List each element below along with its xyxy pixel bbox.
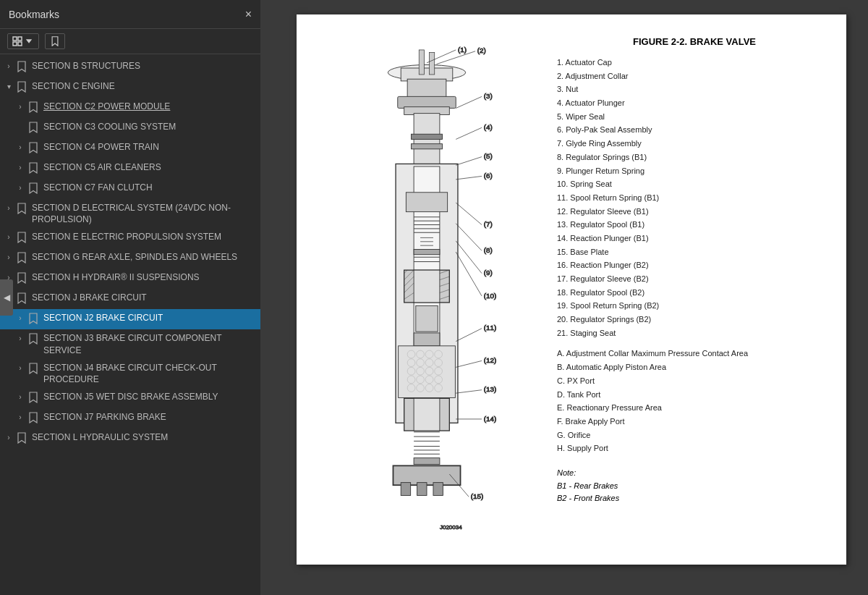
svg-line-93 xyxy=(456,241,482,274)
bookmark-icon xyxy=(27,121,39,134)
svg-rect-39 xyxy=(416,305,438,332)
sidebar-item-section-j5[interactable]: ›SECTION J5 WET DISC BRAKE ASSEMBLY xyxy=(0,388,260,408)
sidebar-item-section-c4[interactable]: ›SECTION C4 POWER TRAIN xyxy=(0,138,260,159)
sidebar-item-section-j4[interactable]: ›SECTION J4 BRAKE CIRCUIT CHECK-OUT PROC… xyxy=(0,359,260,388)
bookmark-icon xyxy=(16,271,27,284)
svg-rect-3 xyxy=(18,42,22,46)
expand-button[interactable]: › xyxy=(14,101,26,114)
legend-numbered-item: 12. Regulator Sleeve (B1) xyxy=(557,205,832,219)
sidebar-item-label: SECTION C2 POWER MODULE xyxy=(43,101,255,112)
sidebar-item-label: SECTION C4 POWER TRAIN xyxy=(43,141,255,153)
legend-lettered-item: F. Brake Apply Port xyxy=(557,415,832,429)
svg-rect-41 xyxy=(399,346,456,398)
chevron-down-icon xyxy=(24,36,34,46)
bookmark-icon xyxy=(27,362,39,375)
svg-marker-4 xyxy=(26,39,32,43)
brake-valve-diagram: (1) (2) (3) (4) (5) xyxy=(347,43,506,536)
sidebar-item-section-j7[interactable]: ›SECTION J7 PARKING BRAKE xyxy=(0,408,260,429)
legend-numbered-item: 21. Staging Seat xyxy=(557,326,832,340)
sidebar-item-section-h[interactable]: ›SECTION H HYDRAIR® II SUSPENSIONS xyxy=(0,269,260,289)
sidebar-item-section-e[interactable]: ›SECTION E ELECTRIC PROPULSION SYSTEM xyxy=(0,228,260,248)
svg-rect-12 xyxy=(412,144,443,149)
sidebar-item-section-g[interactable]: ›SECTION G REAR AXLE, SPINDLES AND WHEEL… xyxy=(0,248,260,269)
collapse-sidebar-button[interactable]: ◀ xyxy=(0,279,13,316)
svg-rect-74 xyxy=(433,483,443,496)
bookmark-icon xyxy=(16,251,27,264)
bookmark-icon xyxy=(27,312,39,325)
bookmark-search-button[interactable] xyxy=(45,33,65,49)
expand-button[interactable]: › xyxy=(3,202,14,215)
expand-button[interactable]: › xyxy=(14,411,26,424)
bookmark-icon xyxy=(16,431,27,444)
sidebar-item-label: SECTION G REAR AXLE, SPINDLES AND WHEELS xyxy=(32,251,255,263)
expand-button[interactable]: › xyxy=(14,312,26,325)
sidebar-item-section-c2[interactable]: ›SECTION C2 POWER MODULE xyxy=(0,98,260,118)
sidebar-item-section-c3[interactable]: SECTION C3 COOLING SYSTEM xyxy=(0,118,260,138)
numbered-parts-list: 1. Actuator Cap2. Adjustment Collar3. Nu… xyxy=(557,56,832,339)
sidebar-item-label: SECTION D ELECTRICAL SYSTEM (24VDC NON-P… xyxy=(32,202,255,225)
bookmark-icon xyxy=(27,141,39,154)
sidebar-item-label: SECTION J BRAKE CIRCUIT xyxy=(32,292,255,303)
expand-button[interactable]: › xyxy=(3,60,14,73)
svg-rect-63 xyxy=(414,398,440,431)
sidebar-item-label: SECTION H HYDRAIR® II SUSPENSIONS xyxy=(32,271,255,283)
legend-numbered-item: 20. Regulator Springs (B2) xyxy=(557,313,832,326)
legend-numbered-item: 7. Glyde Ring Assembly xyxy=(557,137,832,151)
legend-lettered-item: D. Tank Port xyxy=(557,388,832,402)
expand-button[interactable] xyxy=(14,121,26,134)
svg-line-99 xyxy=(456,360,482,367)
note-item: B2 - Front Brakes xyxy=(557,492,832,505)
sidebar-list[interactable]: ›SECTION B STRUCTURES▾SECTION C ENGINE›S… xyxy=(0,54,260,595)
svg-text:(5): (5) xyxy=(484,152,493,160)
expand-button[interactable]: › xyxy=(14,362,26,375)
grid-icon xyxy=(12,36,22,46)
sidebar-item-section-d[interactable]: ›SECTION D ELECTRICAL SYSTEM (24VDC NON-… xyxy=(0,199,260,228)
note-label: Note: xyxy=(557,467,832,480)
sidebar-item-label: SECTION C ENGINE xyxy=(32,80,255,92)
expand-button[interactable]: › xyxy=(14,391,26,404)
svg-text:(3): (3) xyxy=(484,92,493,100)
svg-text:(8): (8) xyxy=(484,246,493,254)
sidebar-item-section-b[interactable]: ›SECTION B STRUCTURES xyxy=(0,57,260,77)
sidebar-toolbar xyxy=(0,29,260,54)
sidebar-item-section-j[interactable]: ▾SECTION J BRAKE CIRCUIT xyxy=(0,289,260,309)
sidebar-item-section-c[interactable]: ▾SECTION C ENGINE xyxy=(0,77,260,98)
legend-lettered-item: C. PX Port xyxy=(557,374,832,388)
expand-button[interactable]: › xyxy=(3,251,14,264)
sidebar-item-label: SECTION B STRUCTURES xyxy=(32,60,255,72)
svg-rect-75 xyxy=(419,50,424,75)
expand-button[interactable]: › xyxy=(14,332,26,345)
sidebar-item-section-l[interactable]: ›SECTION L HYDRAULIC SYSTEM xyxy=(0,429,260,449)
sidebar-item-label: SECTION C3 COOLING SYSTEM xyxy=(43,121,255,132)
legend-numbered-item: 15. Base Plate xyxy=(557,245,832,259)
legend-numbered-item: 17. Regulator Sleeve (B2) xyxy=(557,272,832,286)
sidebar-item-section-j2[interactable]: ›SECTION J2 BRAKE CIRCUIT xyxy=(0,309,260,329)
bookmark-icon xyxy=(16,231,27,244)
expand-button[interactable]: ▾ xyxy=(3,80,14,93)
svg-text:(1): (1) xyxy=(458,46,467,54)
document-page: (1) (2) (3) (4) (5) xyxy=(297,14,846,565)
svg-rect-40 xyxy=(414,333,440,346)
legend-lettered-item: A. Adjustment Collar Maximum Pressure Co… xyxy=(557,347,832,360)
svg-rect-11 xyxy=(412,134,443,139)
svg-text:(7): (7) xyxy=(484,220,493,228)
svg-line-87 xyxy=(456,176,482,179)
diagram-area: (1) (2) (3) (4) (5) xyxy=(311,29,542,550)
sidebar-item-section-c5[interactable]: ›SECTION C5 AIR CLEANERS xyxy=(0,159,260,179)
svg-text:(2): (2) xyxy=(477,46,486,54)
grid-view-button[interactable] xyxy=(7,33,39,49)
sidebar-item-section-j3[interactable]: ›SECTION J3 BRAKE CIRCUIT COMPONENT SERV… xyxy=(0,329,260,358)
bookmark-icon xyxy=(27,411,39,424)
sidebar-item-label: SECTION J5 WET DISC BRAKE ASSEMBLY xyxy=(43,391,255,402)
bookmark-icon xyxy=(27,161,39,174)
bookmark-icon xyxy=(16,60,27,73)
expand-button[interactable]: › xyxy=(14,141,26,154)
expand-button[interactable]: › xyxy=(14,182,26,195)
expand-button[interactable]: › xyxy=(14,161,26,174)
svg-rect-72 xyxy=(401,483,410,496)
sidebar-close-button[interactable]: × xyxy=(245,8,252,21)
expand-button[interactable]: › xyxy=(3,231,14,244)
sidebar-item-section-c7[interactable]: ›SECTION C7 FAN CLUTCH xyxy=(0,179,260,199)
svg-text:J020034: J020034 xyxy=(440,524,462,531)
expand-button[interactable]: › xyxy=(3,431,14,444)
